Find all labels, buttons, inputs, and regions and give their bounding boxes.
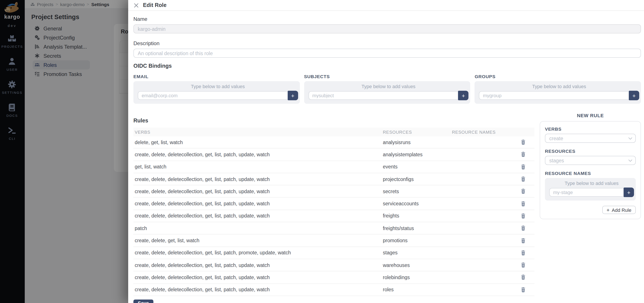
rule-row: create, delete, deletecollection, get, l… [134,247,534,259]
delete-rule-button[interactable] [513,136,533,148]
delete-rule-button[interactable] [513,272,533,284]
rule-row: create, delete, deletecollection, get, l… [134,259,534,272]
trash-icon [520,262,526,268]
add-resource-name-button[interactable]: + [624,188,634,197]
save-button[interactable]: Save [134,300,153,303]
rule-resources: promotions [383,238,452,243]
delete-rule-button[interactable] [513,161,533,173]
rules-section: Rules VERBS RESOURCES RESOURCE NAMES del… [134,112,534,303]
oidc-bindings-heading: OIDC Bindings [134,63,641,69]
rule-verbs: create, delete, deletecollection, get, l… [134,287,383,292]
rule-row: create, delete, deletecollection, get, l… [134,210,534,223]
resources-header: RESOURCES [383,130,452,134]
rule-verbs: get, list, watch [134,164,383,169]
rule-row: delete, get, list, watch analysisruns [134,136,534,149]
email-hint: Type below to add values [138,84,298,89]
chevron-down-icon [628,159,632,162]
resource-names-box: Type below to add values + [545,178,636,201]
oidc-bindings: EMAIL Type below to add values + SUBJECT… [134,74,641,104]
add-rule-button[interactable]: + Add Rule [602,206,636,214]
group-input[interactable] [479,91,629,100]
trash-icon [520,189,526,194]
trash-icon [520,176,526,182]
rule-verbs: create, delete, deletecollection, get, l… [134,250,383,256]
subjects-values-box: Type below to add values + [304,81,470,104]
rule-verbs: create, delete, deletecollection, get, l… [134,213,383,219]
rule-verbs: create, delete, deletecollection, get, l… [134,176,383,182]
new-rule-title: NEW RULE [540,113,641,118]
rule-row: create, delete, get, list, watch promoti… [134,235,534,247]
rule-resources: freights/status [383,226,452,231]
rule-verbs: create, delete, deletecollection, get, l… [134,263,383,268]
subjects-label: SUBJECTS [304,74,470,79]
trash-icon [520,287,526,292]
email-input[interactable] [138,91,288,100]
plus-icon: + [632,93,636,98]
drawer-header: Edit Role [128,0,644,11]
rule-verbs: patch [134,226,383,231]
delete-rule-button[interactable] [513,149,533,161]
rule-row: patch freights/status [134,222,534,235]
groups-hint: Type below to add values [479,84,639,89]
trash-icon [520,152,526,157]
rule-row: get, list, watch events [134,161,534,173]
rule-resources: roles [383,287,452,292]
app-root: kargo dev PROJECTS USER SETTINGS DOCS CL… [0,0,644,303]
trash-icon [520,225,526,231]
add-subject-button[interactable]: + [458,91,469,100]
rule-row: create, delete, deletecollection, get, l… [134,149,534,161]
subjects-hint: Type below to add values [308,84,468,89]
rule-row: create, delete, deletecollection, get, l… [134,272,534,284]
groups-values-box: Type below to add values + [475,81,641,104]
trash-icon [520,139,526,145]
description-input[interactable] [134,49,641,58]
plus-icon: + [606,207,610,213]
chevron-down-icon [628,137,632,140]
rule-verbs: create, delete, deletecollection, get, l… [134,189,383,194]
resources-select[interactable]: stages [545,156,636,165]
add-email-button[interactable]: + [288,91,298,100]
rule-row: create, delete, deletecollection, get, l… [134,173,534,186]
subject-input[interactable] [308,91,458,100]
oidc-subjects-column: SUBJECTS Type below to add values + [304,74,470,104]
delete-rule-button[interactable] [513,247,533,259]
delete-rule-button[interactable] [513,185,533,197]
resources-select-value: stages [549,158,564,163]
trash-icon [520,250,526,256]
trash-icon [520,164,526,170]
verbs-select[interactable]: create [545,134,636,143]
new-rule-section: NEW RULE VERBS create RESOURCES stages R… [534,112,641,303]
description-label: Description [134,40,641,46]
delete-rule-button[interactable] [513,284,533,296]
rule-verbs: create, delete, deletecollection, get, l… [134,152,383,157]
rule-resources: stages [383,250,452,256]
edit-role-drawer: Edit Role Name Description OIDC Bindings… [128,0,644,303]
rule-verbs: create, delete, deletecollection, get, l… [134,275,383,280]
rule-resources: freights [383,213,452,219]
new-rule-resource-names-label: RESOURCE NAMES [545,171,636,176]
rule-resources: analysistemplates [383,152,452,157]
close-icon[interactable] [134,3,138,7]
groups-label: GROUPS [475,74,641,79]
delete-rule-button[interactable] [513,173,533,185]
add-group-button[interactable]: + [629,91,639,100]
email-values-box: Type below to add values + [134,81,300,104]
new-rule-card: VERBS create RESOURCES stages RESOURCE N… [540,121,641,219]
drawer-body: Name Description OIDC Bindings EMAIL Typ… [128,11,644,303]
rule-verbs: create, delete, get, list, watch [134,238,383,243]
name-input[interactable] [134,24,641,33]
rule-resources: secrets [383,189,452,194]
email-label: EMAIL [134,74,300,79]
rules-heading: Rules [134,118,534,124]
resource-name-input[interactable] [549,188,624,197]
delete-rule-button[interactable] [513,198,533,210]
delete-rule-button[interactable] [513,259,533,271]
plus-icon: + [291,93,294,98]
delete-rule-button[interactable] [513,222,533,234]
plus-icon: + [627,190,630,195]
delete-rule-button[interactable] [513,235,533,247]
new-rule-resources-label: RESOURCES [545,148,636,154]
rule-row: create, delete, deletecollection, get, l… [134,185,534,198]
oidc-email-column: EMAIL Type below to add values + [134,74,300,104]
delete-rule-button[interactable] [513,210,533,222]
